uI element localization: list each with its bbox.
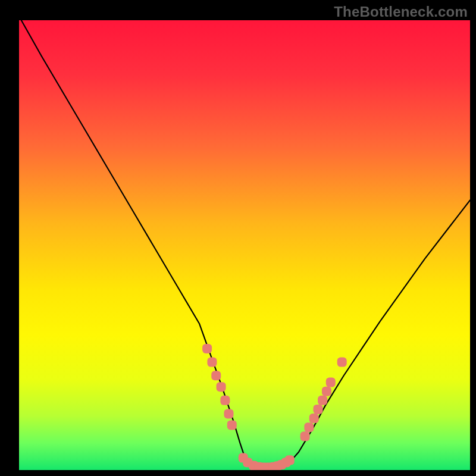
chart-canvas bbox=[0, 0, 476, 476]
marker-markers-right bbox=[304, 422, 314, 432]
marker-markers-right bbox=[318, 396, 327, 405]
marker-markers-left bbox=[224, 409, 233, 419]
marker-markers-bottom bbox=[285, 455, 295, 465]
marker-markers-right bbox=[326, 378, 336, 387]
marker-markers-left bbox=[220, 396, 230, 405]
marker-markers-left bbox=[207, 358, 217, 367]
marker-markers-top-right bbox=[337, 358, 347, 367]
marker-markers-left bbox=[202, 344, 212, 353]
marker-markers-left bbox=[211, 371, 221, 380]
gradient-background bbox=[19, 20, 470, 470]
marker-markers-left bbox=[227, 420, 237, 430]
marker-markers-right bbox=[314, 405, 323, 414]
marker-markers-right bbox=[300, 431, 310, 441]
marker-markers-right bbox=[322, 387, 331, 396]
marker-markers-right bbox=[309, 414, 319, 423]
chart-frame: TheBottleneck.com bbox=[0, 0, 476, 476]
marker-markers-left bbox=[217, 382, 226, 392]
